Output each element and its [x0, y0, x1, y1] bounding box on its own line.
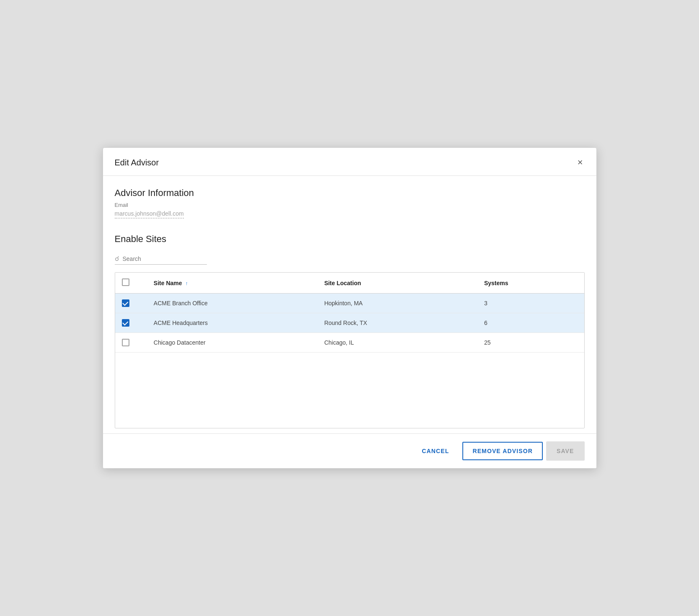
header-checkbox[interactable] [122, 278, 129, 286]
table-row: Chicago DatacenterChicago, IL25 [115, 333, 584, 353]
remove-advisor-button[interactable]: REMOVE ADVISOR [462, 442, 543, 460]
site-location-cell: Round Rock, TX [317, 313, 477, 333]
table-row: ACME HeadquartersRound Rock, TX6 [115, 313, 584, 333]
checkbox-unchecked[interactable] [122, 339, 129, 346]
search-input[interactable] [123, 255, 198, 262]
email-value: marcus.johnson@dell.com [115, 210, 184, 219]
dialog-title: Edit Advisor [115, 158, 159, 168]
row-checkbox-cell[interactable] [115, 313, 147, 333]
systems-cell: 3 [477, 294, 584, 313]
site-name-cell: ACME Headquarters [147, 313, 317, 333]
advisor-info-title: Advisor Information [115, 188, 585, 198]
header-checkbox-cell [115, 273, 147, 294]
dialog-footer: CANCEL REMOVE ADVISOR SAVE [103, 433, 596, 468]
close-icon: × [578, 158, 583, 167]
dialog-header: Edit Advisor × [103, 148, 596, 176]
save-button[interactable]: SAVE [546, 441, 585, 461]
row-checkbox-cell[interactable] [115, 333, 147, 353]
header-systems: Systems [477, 273, 584, 294]
sort-ascending-icon: ↑ [185, 281, 188, 286]
sites-table: Site Name ↑ Site Location Systems ACME B… [115, 273, 584, 428]
table-empty-space [115, 353, 584, 428]
site-name-cell: Chicago Datacenter [147, 333, 317, 353]
advisor-info-section: Advisor Information Email marcus.johnson… [115, 188, 585, 230]
systems-cell: 6 [477, 313, 584, 333]
email-label: Email [115, 202, 585, 208]
table-header-row: Site Name ↑ Site Location Systems [115, 273, 584, 294]
checkbox-checked[interactable] [122, 319, 129, 327]
systems-cell: 25 [477, 333, 584, 353]
header-site-location: Site Location [317, 273, 477, 294]
checkbox-checked[interactable] [122, 299, 129, 307]
site-name-cell: ACME Branch Office [147, 294, 317, 313]
site-location-cell: Chicago, IL [317, 333, 477, 353]
dialog-body: Advisor Information Email marcus.johnson… [103, 176, 596, 428]
close-button[interactable]: × [576, 156, 585, 169]
edit-advisor-dialog: Edit Advisor × Advisor Information Email… [103, 147, 597, 469]
search-container: ☌ [115, 255, 207, 265]
sites-table-container: Site Name ↑ Site Location Systems ACME B… [115, 272, 585, 428]
search-icon: ☌ [115, 255, 119, 263]
cancel-button[interactable]: CANCEL [412, 442, 459, 460]
site-location-cell: Hopkinton, MA [317, 294, 477, 313]
row-checkbox-cell[interactable] [115, 294, 147, 313]
header-site-name[interactable]: Site Name ↑ [147, 273, 317, 294]
enable-sites-section: Enable Sites ☌ Site Name [115, 234, 585, 428]
table-row: ACME Branch OfficeHopkinton, MA3 [115, 294, 584, 313]
enable-sites-title: Enable Sites [115, 234, 585, 245]
